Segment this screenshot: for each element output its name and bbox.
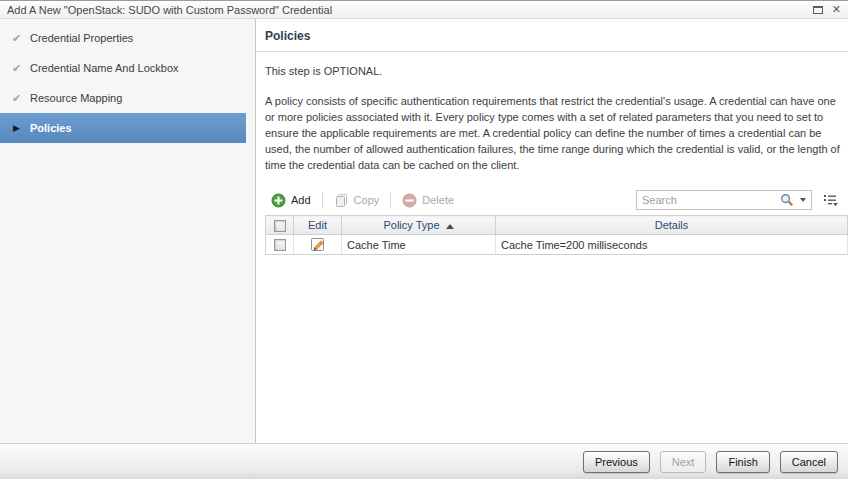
step-resource-mapping[interactable]: ✔ Resource Mapping xyxy=(0,83,246,113)
close-icon[interactable]: ✕ xyxy=(832,4,841,15)
policies-table: Edit Policy Type Details Cache Time xyxy=(265,215,848,255)
step-policies[interactable]: ▶ Policies xyxy=(0,113,246,143)
finish-button[interactable]: Finish xyxy=(716,451,769,473)
column-header-policy-type[interactable]: Policy Type xyxy=(342,216,496,235)
details-cell: Cache Time=200 milliseconds xyxy=(496,235,848,255)
step-active-arrow-icon: ▶ xyxy=(10,123,23,133)
delete-button[interactable]: Delete xyxy=(396,191,460,210)
select-all-header-cell[interactable] xyxy=(266,216,294,235)
toolbar-separator xyxy=(322,192,323,208)
table-header-row: Edit Policy Type Details xyxy=(266,216,848,235)
policy-type-header-label: Policy Type xyxy=(383,219,439,231)
wizard-steps-sidebar: ✔ Credential Properties ✔ Credential Nam… xyxy=(0,19,256,443)
wizard-footer: Previous Next Finish Cancel xyxy=(0,443,848,479)
page-title: Policies xyxy=(265,29,848,51)
copy-icon xyxy=(334,193,349,208)
add-button-label: Add xyxy=(291,194,311,206)
window-controls: ✕ xyxy=(813,4,841,15)
add-button[interactable]: Add xyxy=(265,191,317,210)
step-completed-check-icon: ✔ xyxy=(10,92,23,105)
copy-button-label: Copy xyxy=(354,194,380,206)
step-label: Policies xyxy=(30,122,72,134)
row-select-cell xyxy=(266,235,294,255)
credential-wizard-dialog: Add A New "OpenStack: SUDO with Custom P… xyxy=(0,0,848,479)
copy-button[interactable]: Copy xyxy=(328,191,386,210)
optional-note: This step is OPTIONAL. xyxy=(265,65,848,77)
next-button[interactable]: Next xyxy=(660,451,707,473)
previous-button[interactable]: Previous xyxy=(583,451,650,473)
dialog-body: ✔ Credential Properties ✔ Credential Nam… xyxy=(0,19,848,443)
search-box xyxy=(636,190,812,210)
policy-description: A policy consists of specific authentica… xyxy=(265,93,840,173)
delete-icon xyxy=(402,193,417,208)
column-chooser-icon[interactable] xyxy=(820,190,840,210)
wizard-steps-list: ✔ Credential Properties ✔ Credential Nam… xyxy=(0,23,246,143)
search-options-chevron-icon[interactable] xyxy=(800,198,806,202)
toolbar-separator xyxy=(390,192,391,208)
policies-step-panel: Policies This step is OPTIONAL. A policy… xyxy=(256,19,848,443)
search-icon[interactable] xyxy=(780,193,794,207)
column-header-edit[interactable]: Edit xyxy=(294,216,342,235)
column-header-details[interactable]: Details xyxy=(496,216,848,235)
dialog-title: Add A New "OpenStack: SUDO with Custom P… xyxy=(7,4,813,16)
select-all-checkbox[interactable] xyxy=(274,220,286,232)
search-input[interactable] xyxy=(642,194,780,206)
table-row[interactable]: Cache Time Cache Time=200 milliseconds xyxy=(266,235,848,255)
row-edit-cell xyxy=(294,235,342,255)
edit-icon[interactable] xyxy=(310,236,326,252)
policy-type-cell: Cache Time xyxy=(342,235,496,255)
cancel-button[interactable]: Cancel xyxy=(780,451,838,473)
step-credential-name-and-lockbox[interactable]: ✔ Credential Name And Lockbox xyxy=(0,53,246,83)
maximize-icon[interactable] xyxy=(813,6,823,14)
heading-divider xyxy=(256,51,848,52)
step-label: Credential Properties xyxy=(30,32,133,44)
row-checkbox[interactable] xyxy=(274,239,286,251)
delete-button-label: Delete xyxy=(422,194,454,206)
add-icon xyxy=(271,193,286,208)
step-label: Credential Name And Lockbox xyxy=(30,62,179,74)
policies-toolbar: Add Copy Delete xyxy=(256,189,848,211)
step-label: Resource Mapping xyxy=(30,92,122,104)
step-credential-properties[interactable]: ✔ Credential Properties xyxy=(0,23,246,53)
step-completed-check-icon: ✔ xyxy=(10,32,23,45)
dialog-titlebar: Add A New "OpenStack: SUDO with Custom P… xyxy=(0,0,848,19)
sort-ascending-icon xyxy=(446,224,454,229)
step-completed-check-icon: ✔ xyxy=(10,62,23,75)
